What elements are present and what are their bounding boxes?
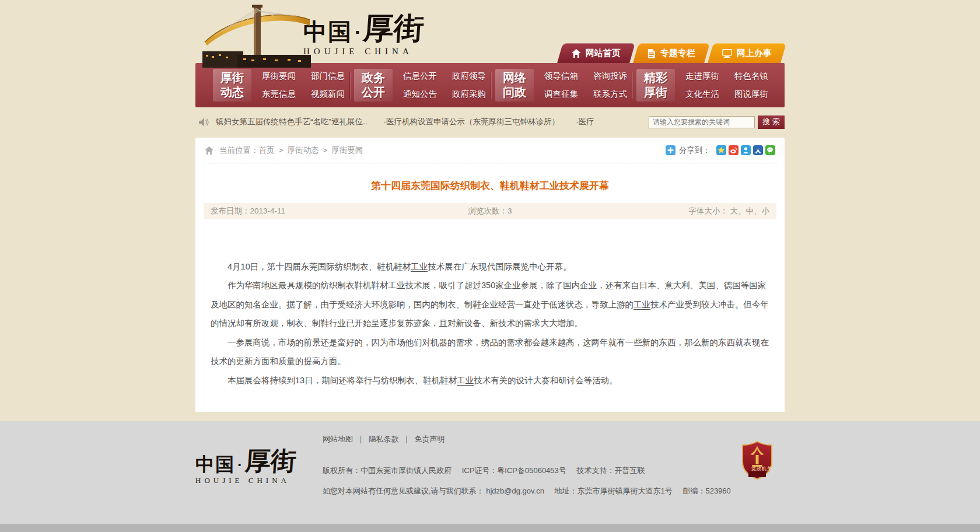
- address: 地址：东莞市厚街镇厚街大道东1号: [555, 487, 673, 495]
- article-paragraph: 本届展会将持续到13日，期间还将举行与纺织制衣、鞋机鞋材工业技术有关的设计大赛和…: [211, 371, 769, 390]
- nav-link[interactable]: 特色名镇: [734, 71, 768, 82]
- nav-divider: [491, 72, 491, 99]
- nav-title-jingcai-houjie[interactable]: 精彩 厚街: [636, 69, 675, 102]
- tab-topics[interactable]: 专题专栏: [633, 43, 710, 63]
- footer-link-privacy[interactable]: 隐私条款: [369, 435, 399, 443]
- footer-separator: |: [360, 435, 362, 443]
- breadcrumb-separator: >: [279, 146, 284, 155]
- announcement-item[interactable]: 镇妇女第五届传统特色手艺“名吃”巡礼展位..: [216, 117, 368, 127]
- pengyou-icon[interactable]: [741, 145, 751, 155]
- content-panel: 当前位置： 首页 > 厚街动态 > 厚街要闻 分享到：: [195, 138, 785, 412]
- nav-title-houjie-dongtai[interactable]: 厚街 动态: [213, 69, 251, 102]
- breadcrumb-item-yaowen[interactable]: 厚街要闻: [331, 145, 363, 156]
- announcement-item[interactable]: ·医疗机构设置申请公示（东莞厚街三屯钟林诊所）: [384, 117, 560, 127]
- view-count: 浏览次数：3: [468, 206, 512, 216]
- nav-divider: [349, 72, 350, 99]
- nav-link[interactable]: 政府采购: [452, 89, 486, 100]
- article-paragraph: 作为华南地区最具规模的纺织制衣鞋机鞋材工业技术展，吸引了超过350家企业参展，除…: [211, 276, 769, 332]
- footer-bottom-strip: [0, 524, 980, 532]
- site-logo-en: HOUJIE CHINA: [303, 47, 424, 57]
- nav-title-zhengwu-gongkai[interactable]: 政务 公开: [354, 69, 393, 102]
- weibo-icon[interactable]: [729, 145, 738, 155]
- article-title: 第十四届东莞国际纺织制衣、鞋机鞋材工业技术展开幕: [201, 179, 779, 192]
- tab-label: 专题专栏: [660, 48, 695, 59]
- tab-label: 网上办事: [737, 48, 772, 59]
- gov-badge-icon: [741, 441, 773, 480]
- top-tabs: 网站首页 专题专栏: [556, 43, 783, 63]
- copyright: 版权所有：中国东莞市厚街镇人民政府: [323, 466, 452, 475]
- font-size-control: 字体大小： 大、中、小: [688, 206, 769, 216]
- gov-badge[interactable]: 党政机关: [741, 430, 785, 506]
- breadcrumb-label: 当前位置：: [219, 145, 259, 156]
- article-body: 4月10日，第十四届东莞国际纺织制衣、鞋机鞋材工业技术展在广东现代国际展览中心开…: [195, 219, 785, 390]
- monitor-icon: [722, 49, 732, 58]
- tab-label: 网站首页: [586, 48, 621, 59]
- site-logo[interactable]: 中国 · 厚街 HOUJIE CHINA: [303, 13, 424, 57]
- font-size-label: 字体大小：: [688, 206, 728, 215]
- article-meta-bar: 发布日期：2013-4-11 浏览次数：3 字体大小： 大、中、小: [204, 203, 776, 219]
- footer: 中国 · 厚街 HOUJIE CHINA 网站地图 | 隐私条款 | 免责声明 …: [0, 421, 980, 532]
- icp-number: ICP证号：粤ICP备05060453号: [462, 466, 566, 475]
- breadcrumb-item-dongtai[interactable]: 厚街动态: [287, 145, 318, 156]
- nav-link[interactable]: 咨询投诉: [593, 71, 627, 82]
- gov-badge-label: 党政机关: [747, 466, 777, 472]
- postcode: 邮编：523960: [682, 487, 730, 495]
- site-logo-cn: 中国 · 厚街: [303, 13, 424, 43]
- share-plus-icon[interactable]: [666, 145, 676, 155]
- logo-dot: ·: [355, 22, 361, 42]
- page: 中国 · 厚街 HOUJIE CHINA 网站首页: [0, 0, 980, 532]
- nav-group-wonderful-houjie: 精彩 厚街 走进厚街 特色名镇 文化生活 图说厚街: [636, 69, 768, 102]
- search-input[interactable]: [649, 116, 755, 128]
- footer-text: 网站地图 | 隐私条款 | 免责声明 版权所有：中国东莞市厚街镇人民政府 ICP…: [323, 430, 741, 506]
- footer-separator: |: [405, 435, 407, 443]
- nav-link[interactable]: 图说厚街: [734, 89, 768, 100]
- nav-group-gov-affairs: 政务 公开 信息公开 政府领导 通知公告 政府采购: [354, 69, 486, 102]
- share-label: 分享到：: [679, 145, 710, 156]
- footer-copyright-line: 版权所有：中国东莞市厚街镇人民政府 ICP证号：粤ICP备05060453号 技…: [323, 466, 741, 476]
- footer-links: 网站地图 | 隐私条款 | 免责声明: [323, 434, 741, 444]
- nav-link[interactable]: 调查征集: [544, 89, 578, 100]
- contact-label: 如您对本网站有任何意见或建议,请与我们联系：: [323, 487, 484, 495]
- qzone-icon[interactable]: [716, 145, 726, 155]
- breadcrumb-separator: >: [323, 146, 327, 155]
- nav-link[interactable]: 文化生活: [685, 89, 719, 100]
- share-bar: 分享到：: [666, 145, 775, 156]
- nav-link[interactable]: 联系方式: [593, 89, 627, 100]
- nav-link[interactable]: 走进厚街: [685, 71, 719, 82]
- nav-link[interactable]: 通知公告: [403, 89, 437, 100]
- speaker-icon: [199, 118, 209, 127]
- bridge-photo: [202, 2, 311, 68]
- footer-logo[interactable]: 中国 · 厚街 HOUJIE CHINA: [195, 430, 323, 506]
- renren-icon[interactable]: [753, 145, 763, 155]
- main-navbar: 厚街 动态 厚街要闻 部门信息 东莞信息 视频新闻 政务 公开 信息公开 政府领…: [195, 63, 785, 107]
- article-paragraph: 一参展商说，市场的前景还是蛮好的，因为市场他们对机器的需求，绣品的需求都会越来越…: [211, 333, 769, 371]
- nav-link[interactable]: 信息公开: [403, 71, 437, 82]
- announcement-item[interactable]: ·医疗: [576, 117, 594, 127]
- footer-link-disclaimer[interactable]: 免责声明: [414, 435, 444, 443]
- font-size-options[interactable]: 大、中、小: [730, 206, 770, 215]
- publish-date: 发布日期：2013-4-11: [211, 206, 285, 216]
- contact-email[interactable]: hjdzb@dg.gov.cn: [486, 487, 544, 495]
- nav-divider: [632, 72, 632, 99]
- footer-link-sitemap[interactable]: 网站地图: [323, 435, 353, 443]
- nav-link[interactable]: 东莞信息: [262, 89, 296, 100]
- article-paragraph: 4月10日，第十四届东莞国际纺织制衣、鞋机鞋材工业技术展在广东现代国际展览中心开…: [211, 257, 769, 276]
- nav-link[interactable]: 视频新闻: [311, 89, 345, 100]
- nav-link[interactable]: 领导信箱: [544, 71, 578, 82]
- home-icon: [572, 49, 581, 58]
- document-icon: [648, 48, 656, 58]
- tab-home[interactable]: 网站首页: [557, 43, 635, 63]
- search-button[interactable]: 搜 索: [758, 116, 785, 129]
- nav-title-wangluo-wenzheng[interactable]: 网络 问政: [495, 69, 534, 102]
- nav-group-online-politics: 网络 问政 领导信箱 咨询投诉 调查征集 联系方式: [495, 69, 627, 102]
- tab-online-services[interactable]: 网上办事: [708, 43, 786, 63]
- nav-group-dynamics: 厚街 动态 厚街要闻 部门信息 东莞信息 视频新闻: [213, 69, 345, 102]
- nav-link[interactable]: 政府领导: [452, 71, 486, 82]
- home-icon: [205, 146, 214, 155]
- breadcrumb-item-home[interactable]: 首页: [259, 145, 275, 156]
- tech-support: 技术支持：开普互联: [576, 466, 645, 475]
- nav-link[interactable]: 部门信息: [311, 71, 345, 82]
- breadcrumb: 当前位置： 首页 > 厚街动态 > 厚街要闻 分享到：: [202, 138, 778, 163]
- wechat-icon[interactable]: [765, 145, 775, 155]
- nav-link[interactable]: 厚街要闻: [262, 71, 296, 82]
